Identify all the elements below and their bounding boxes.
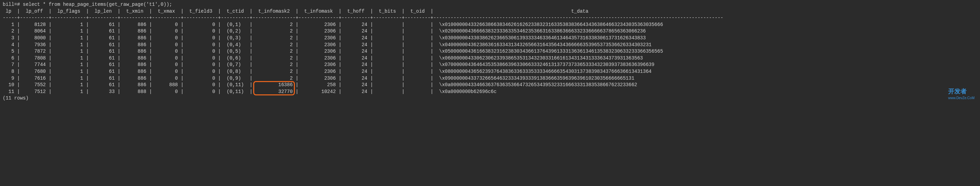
terminal-output: bill=# select * from heap_page_items(get… <box>3 2 977 102</box>
sql-prompt: bill=# select * from heap_page_items(get… <box>3 2 172 7</box>
table-row: 1 | 8128 | 1 | 61 | 886 | 0 | 0 | (0,1) … <box>3 22 663 27</box>
table-separator: -----+----------+------------+----------… <box>3 15 723 21</box>
watermark-brand: 开发者 <box>948 88 967 95</box>
table-row: 3 | 8000 | 1 | 61 | 886 | 0 | 0 | (0,3) … <box>3 35 646 41</box>
watermark: 开发者 www.DevZe.CoM <box>948 87 975 100</box>
table-header: lp | lp_off | lp_flags | lp_len | t_xmin… <box>3 8 723 14</box>
table-row: 5 | 7872 | 1 | 61 | 886 | 0 | 0 | (0,5) … <box>3 49 663 54</box>
table-row: 2 | 8064 | 1 | 61 | 886 | 0 | 0 | (0,2) … <box>3 29 646 34</box>
row-count: (11 rows) <box>3 95 29 101</box>
table-row: 4 | 7936 | 1 | 61 | 886 | 0 | 0 | (0,4) … <box>3 42 652 48</box>
table-row: 7 | 7744 | 1 | 61 | 886 | 0 | 0 | (0,7) … <box>3 62 654 67</box>
table-row: 9 | 7616 | 1 | 61 | 886 | 0 | 0 | (0,9) … <box>3 76 634 81</box>
table-row: 8 | 7680 | 1 | 61 | 886 | 0 | 0 | (0,8) … <box>3 69 652 74</box>
table-row: 11 | 7512 | 1 | 33 | 888 | 0 | 0 | (0,11… <box>3 89 496 94</box>
table-row: 10 | 7552 | 1 | 61 | 886 | 888 | 0 | (0,… <box>3 82 637 87</box>
watermark-site: www.DevZe.CoM <box>948 96 975 100</box>
table-row: 6 | 7808 | 1 | 61 | 886 | 0 | 0 | (0,6) … <box>3 56 643 61</box>
